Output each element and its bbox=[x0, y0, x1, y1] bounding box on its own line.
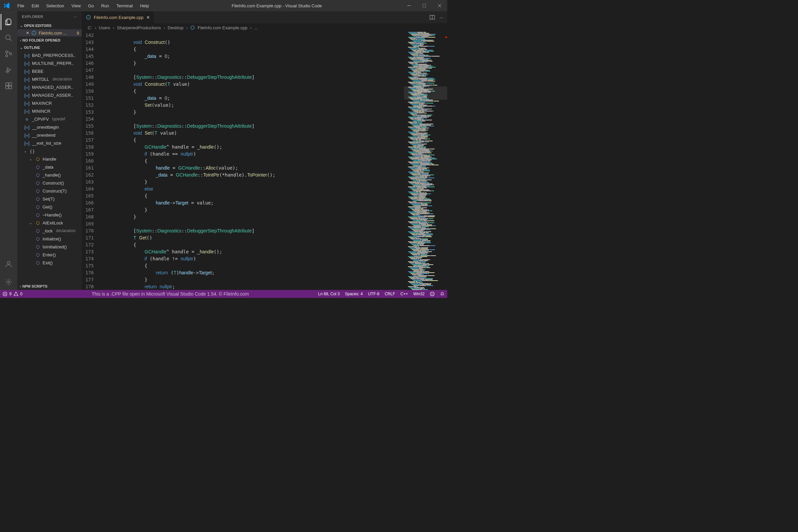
section-no-folder[interactable]: ›NO FOLDER OPENED bbox=[17, 37, 82, 44]
svg-point-7 bbox=[6, 55, 8, 57]
window-title: FileInfo.com Example.cpp - Visual Studio… bbox=[152, 3, 401, 8]
menu-run[interactable]: Run bbox=[98, 1, 112, 10]
eol-status[interactable]: CRLF bbox=[385, 291, 395, 296]
outline-item[interactable]: ⬡~Handle() bbox=[17, 211, 82, 219]
error-count[interactable]: 9 bbox=[9, 291, 12, 296]
cursor-position[interactable]: Ln 68, Col 3 bbox=[318, 291, 340, 296]
outline-item[interactable]: ⌄{ } bbox=[17, 147, 82, 155]
titlebar: File Edit Selection View Go Run Terminal… bbox=[0, 0, 447, 11]
gear-icon bbox=[5, 278, 13, 286]
explorer-title: EXPLORER bbox=[22, 15, 43, 19]
outline-item[interactable]: ⬡Get() bbox=[17, 203, 82, 211]
breadcrumb[interactable]: C:› Users› SharpenedProductions› Desktop… bbox=[82, 23, 447, 32]
close-button[interactable] bbox=[432, 0, 447, 11]
cpp-file-icon: + bbox=[31, 30, 37, 36]
error-icon[interactable] bbox=[3, 291, 7, 296]
indent-status[interactable]: Spaces: 4 bbox=[345, 291, 363, 296]
editor-content[interactable]: 142 143 144 145 146 147 148 149 150 151 … bbox=[82, 32, 447, 290]
svg-point-28 bbox=[430, 292, 434, 296]
encoding-status[interactable]: UTF-8 bbox=[368, 291, 379, 296]
minimize-button[interactable] bbox=[401, 0, 417, 11]
language-status[interactable]: C++ bbox=[400, 291, 408, 296]
feedback-icon[interactable] bbox=[430, 291, 435, 296]
menu-edit[interactable]: Edit bbox=[28, 1, 42, 10]
more-icon[interactable]: ··· bbox=[440, 15, 443, 20]
outline-item[interactable]: [∘]BEBE bbox=[17, 67, 82, 75]
outline-item[interactable]: ⬡_handle() bbox=[17, 171, 82, 179]
activity-extensions[interactable] bbox=[1, 78, 17, 94]
outline-item[interactable]: ⬡Initialize() bbox=[17, 235, 82, 243]
activity-scm[interactable] bbox=[1, 46, 17, 62]
open-editor-filename: FileInfo.com ... bbox=[39, 31, 67, 36]
activity-explorer[interactable] bbox=[1, 14, 17, 30]
activity-search[interactable] bbox=[1, 30, 17, 46]
outline-item[interactable]: ⌾_CPVFVtypedef bbox=[17, 115, 82, 123]
minimap[interactable] bbox=[404, 32, 447, 290]
outline-item[interactable]: [∘]MANAGED_ASSER.. bbox=[17, 83, 82, 91]
outline-item[interactable]: ⬡Enter() bbox=[17, 251, 82, 259]
editor-group: + FileInfo.com Example.cpp ✕ ··· C:› Use… bbox=[82, 11, 447, 290]
outline-item[interactable]: [∘]MULTILINE_PREPR.. bbox=[17, 59, 82, 67]
section-open-editors[interactable]: ⌄OPEN EDITORS bbox=[17, 22, 82, 29]
menu-selection[interactable]: Selection bbox=[43, 1, 67, 10]
editor-tab-active[interactable]: + FileInfo.com Example.cpp ✕ bbox=[82, 11, 154, 23]
svg-rect-14 bbox=[9, 83, 12, 86]
tab-filename: FileInfo.com Example.cpp bbox=[94, 15, 144, 20]
svg-text:+: + bbox=[88, 16, 90, 19]
warning-icon[interactable] bbox=[14, 291, 18, 296]
outline-item[interactable]: [∘]MANAGED_ASSER.. bbox=[17, 91, 82, 99]
code-content[interactable]: void Construct() { _data = 0; } [System:… bbox=[100, 32, 404, 290]
menu-go[interactable]: Go bbox=[85, 1, 97, 10]
outline-item[interactable]: [∘]__onexitend bbox=[17, 131, 82, 139]
svg-text:+: + bbox=[33, 32, 35, 35]
menu-file[interactable]: File bbox=[14, 1, 27, 10]
more-icon[interactable]: ··· bbox=[74, 15, 77, 19]
outline-item[interactable]: [∘]__onexitbegin bbox=[17, 123, 82, 131]
outline-item[interactable]: ⌄⬡Handle bbox=[17, 155, 82, 163]
activity-settings[interactable] bbox=[1, 274, 17, 290]
cpp-file-icon: + bbox=[86, 15, 91, 20]
svg-line-5 bbox=[10, 39, 12, 41]
minimap-viewport[interactable] bbox=[404, 87, 447, 100]
outline-item[interactable]: [∘]MAXINCR bbox=[17, 99, 82, 107]
svg-rect-1 bbox=[423, 4, 426, 7]
activity-debug[interactable] bbox=[1, 62, 17, 78]
svg-point-8 bbox=[10, 53, 12, 55]
svg-rect-11 bbox=[6, 83, 8, 86]
statusbar: 9 0 This is a .CPP file open in Microsof… bbox=[0, 290, 447, 298]
svg-marker-27 bbox=[14, 292, 18, 296]
outline-list: [∘]BAD_PREPROCESS..[∘]MULTILINE_PREPR..[… bbox=[17, 51, 82, 267]
outline-item[interactable]: [∘]MININCR bbox=[17, 107, 82, 115]
search-icon bbox=[5, 34, 13, 42]
menu-help[interactable]: Help bbox=[137, 1, 152, 10]
warning-count[interactable]: 0 bbox=[20, 291, 23, 296]
maximize-button[interactable] bbox=[417, 0, 432, 11]
outline-item[interactable]: [∘]__exit_list_size bbox=[17, 139, 82, 147]
line-numbers: 142 143 144 145 146 147 148 149 150 151 … bbox=[82, 32, 100, 290]
activity-account[interactable] bbox=[1, 256, 17, 272]
close-icon[interactable]: ✕ bbox=[146, 15, 150, 20]
outline-item[interactable]: [∘]BAD_PREPROCESS.. bbox=[17, 51, 82, 59]
split-editor-icon[interactable] bbox=[430, 15, 435, 20]
close-icon[interactable]: ✕ bbox=[26, 31, 29, 35]
menu-terminal[interactable]: Terminal bbox=[113, 1, 136, 10]
open-editor-file[interactable]: ✕ + FileInfo.com ... 9 bbox=[17, 29, 82, 37]
outline-item[interactable]: ⬡Construct() bbox=[17, 179, 82, 187]
outline-item[interactable]: ⬡_data bbox=[17, 163, 82, 171]
platform-status[interactable]: Win32 bbox=[413, 291, 424, 296]
menu-view[interactable]: View bbox=[68, 1, 84, 10]
outline-item[interactable]: ⬡Exit() bbox=[17, 259, 82, 267]
source-control-icon bbox=[5, 50, 13, 58]
chevron-right-icon: › bbox=[20, 39, 21, 42]
section-outline[interactable]: ⌄OUTLINE bbox=[17, 44, 82, 51]
outline-item[interactable]: ⬡_lockdeclaration bbox=[17, 227, 82, 235]
activitybar bbox=[0, 11, 17, 290]
section-npm-scripts[interactable]: ›NPM SCRIPTS bbox=[17, 283, 82, 290]
outline-item[interactable]: ⬡IsInitialized() bbox=[17, 243, 82, 251]
outline-item[interactable]: [∘]MRTDLLdeclaration bbox=[17, 75, 82, 83]
bell-icon[interactable] bbox=[440, 291, 444, 296]
outline-item[interactable]: ⬡Set(T) bbox=[17, 195, 82, 203]
svg-rect-12 bbox=[6, 86, 8, 89]
outline-item[interactable]: ⬡Construct(T) bbox=[17, 187, 82, 195]
outline-item[interactable]: ⌄⬡AtExitLock bbox=[17, 219, 82, 227]
